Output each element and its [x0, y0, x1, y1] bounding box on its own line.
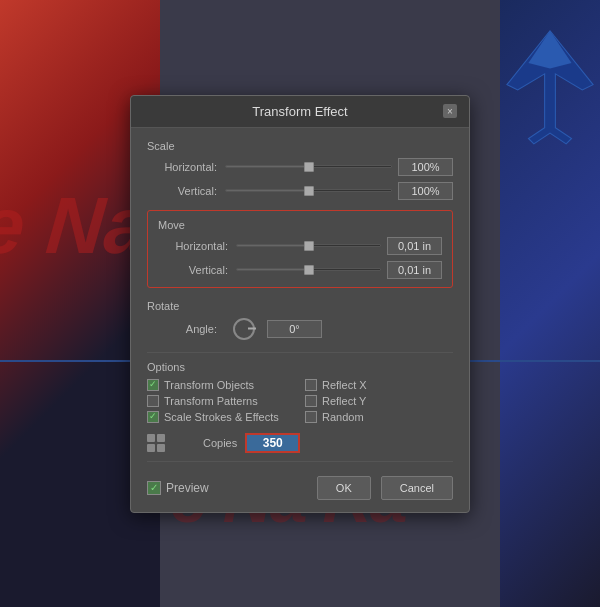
scale-vertical-thumb[interactable]: [304, 186, 314, 196]
scale-horizontal-slider[interactable]: [225, 160, 392, 174]
angle-label: Angle:: [147, 323, 217, 335]
divider: [147, 352, 453, 353]
dialog-overlay: Transform Effect × Scale Horizontal:: [0, 0, 600, 607]
preview-row: Preview: [147, 481, 307, 495]
transform-objects-row: Transform Objects: [147, 379, 295, 391]
move-vertical-slider[interactable]: [236, 263, 381, 277]
angle-indicator: [248, 328, 256, 330]
preview-label: Preview: [166, 481, 209, 495]
ok-button[interactable]: OK: [317, 476, 371, 500]
scale-vertical-value[interactable]: [398, 182, 453, 200]
dialog-title: Transform Effect: [157, 104, 443, 119]
scale-vertical-fill: [226, 190, 309, 191]
move-horizontal-label: Horizontal:: [158, 240, 228, 252]
copies-grid-icon: [147, 434, 165, 452]
rotate-section: Rotate Angle:: [147, 298, 453, 342]
scale-horizontal-track: [225, 165, 392, 168]
move-vertical-row: Vertical:: [158, 261, 442, 279]
grid-cell-1: [147, 434, 155, 442]
angle-value[interactable]: [267, 320, 322, 338]
rotate-label: Rotate: [147, 300, 453, 312]
angle-dial[interactable]: [233, 318, 255, 340]
scale-horizontal-thumb[interactable]: [304, 162, 314, 172]
scale-strokes-checkbox[interactable]: [147, 411, 159, 423]
scale-strokes-label: Scale Strokes & Effects: [164, 411, 279, 423]
options-grid: Transform Objects Reflect X Transform Pa…: [147, 379, 453, 423]
transform-patterns-checkbox[interactable]: [147, 395, 159, 407]
move-horizontal-value[interactable]: [387, 237, 442, 255]
bottom-divider: [147, 461, 453, 462]
scale-vertical-slider[interactable]: [225, 184, 392, 198]
bottom-row: Preview OK Cancel: [147, 470, 453, 500]
random-checkbox[interactable]: [305, 411, 317, 423]
move-horizontal-thumb[interactable]: [304, 241, 314, 251]
scale-vertical-row: Vertical:: [147, 182, 453, 200]
transform-objects-label: Transform Objects: [164, 379, 254, 391]
scale-horizontal-fill: [226, 166, 309, 167]
reflect-x-checkbox[interactable]: [305, 379, 317, 391]
grid-cell-2: [157, 434, 165, 442]
grid-cell-4: [157, 444, 165, 452]
dialog-body: Scale Horizontal: Vertical:: [131, 128, 469, 512]
reflect-y-checkbox[interactable]: [305, 395, 317, 407]
transform-patterns-label: Transform Patterns: [164, 395, 258, 407]
move-horizontal-slider[interactable]: [236, 239, 381, 253]
scale-label: Scale: [147, 140, 453, 152]
cancel-button[interactable]: Cancel: [381, 476, 453, 500]
options-label: Options: [147, 361, 453, 373]
move-horizontal-track: [236, 244, 381, 247]
scale-section: Scale Horizontal: Vertical:: [147, 140, 453, 200]
close-button[interactable]: ×: [443, 104, 457, 118]
move-section: Move Horizontal: Vertical:: [147, 210, 453, 288]
random-row: Random: [305, 411, 453, 423]
transform-patterns-row: Transform Patterns: [147, 395, 295, 407]
scale-vertical-label: Vertical:: [147, 185, 217, 197]
scale-horizontal-label: Horizontal:: [147, 161, 217, 173]
scale-strokes-row: Scale Strokes & Effects: [147, 411, 295, 423]
move-vertical-track: [236, 268, 381, 271]
move-label: Move: [158, 219, 442, 231]
random-label: Random: [322, 411, 364, 423]
reflect-x-label: Reflect X: [322, 379, 367, 391]
move-horizontal-fill: [237, 245, 309, 246]
options-section: Options Transform Objects Reflect X: [147, 361, 453, 423]
preview-checkbox[interactable]: [147, 481, 161, 495]
copies-input[interactable]: [245, 433, 300, 453]
reflect-x-row: Reflect X: [305, 379, 453, 391]
move-vertical-fill: [237, 269, 309, 270]
move-vertical-thumb[interactable]: [304, 265, 314, 275]
reflect-y-row: Reflect Y: [305, 395, 453, 407]
scale-horizontal-row: Horizontal:: [147, 158, 453, 176]
move-horizontal-row: Horizontal:: [158, 237, 442, 255]
rotate-row: Angle:: [147, 318, 453, 340]
transform-objects-checkbox[interactable]: [147, 379, 159, 391]
move-vertical-label: Vertical:: [158, 264, 228, 276]
dialog-titlebar: Transform Effect ×: [131, 96, 469, 128]
reflect-y-label: Reflect Y: [322, 395, 366, 407]
copies-label: Copies: [203, 437, 237, 449]
transform-effect-dialog: Transform Effect × Scale Horizontal:: [130, 95, 470, 513]
copies-row: Copies: [147, 433, 453, 453]
scale-vertical-track: [225, 189, 392, 192]
grid-cell-3: [147, 444, 155, 452]
move-vertical-value[interactable]: [387, 261, 442, 279]
scale-horizontal-value[interactable]: [398, 158, 453, 176]
